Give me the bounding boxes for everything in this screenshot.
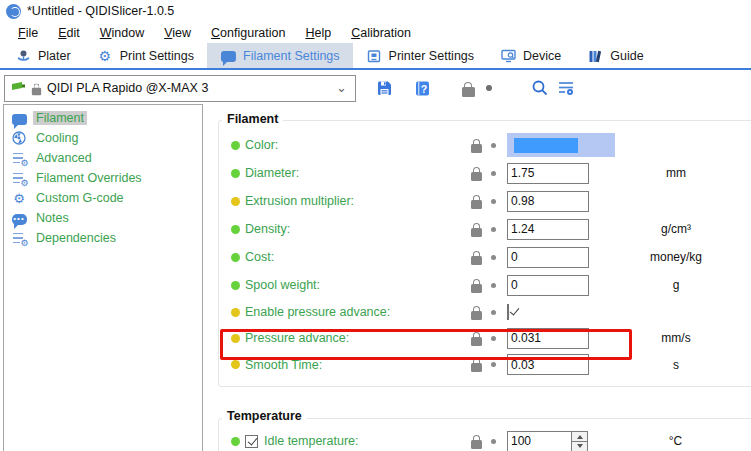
- option-status-dot: [231, 197, 240, 206]
- sliders-gear-icon: [11, 230, 27, 246]
- option-row-pressure-advance: Pressure advance: mm/s: [231, 325, 751, 351]
- option-row-density: Density: g/cm³: [231, 215, 751, 243]
- option-label: Spool weight:: [245, 278, 471, 292]
- device-monitor-icon: [500, 48, 516, 64]
- lock-icon[interactable]: [471, 144, 482, 153]
- option-row-enable-pressure-advance: Enable pressure advance:: [231, 299, 751, 325]
- lock-icon[interactable]: [471, 256, 482, 265]
- settings-category-tree: Filament Cooling Advanced Filament Overr…: [3, 104, 203, 451]
- lock-icon[interactable]: [471, 363, 482, 372]
- tab-filament-settings[interactable]: Filament Settings: [207, 43, 353, 68]
- value-dot: [486, 85, 492, 91]
- sidebar-item-advanced[interactable]: Advanced: [9, 148, 202, 168]
- option-status-dot: [231, 281, 240, 290]
- option-label: Pressure advance:: [245, 331, 471, 345]
- lock-icon[interactable]: [471, 337, 482, 346]
- color-picker-button[interactable]: [507, 133, 684, 157]
- option-row-spool-weight: Spool weight: g: [231, 271, 751, 299]
- option-row-smooth-time: Smooth Time: s: [231, 351, 751, 378]
- menu-calibration[interactable]: Calibration: [341, 24, 421, 42]
- lock-icon[interactable]: [458, 78, 478, 98]
- option-label: Diameter:: [245, 166, 471, 180]
- extrusion-multiplier-input[interactable]: [507, 191, 589, 212]
- gear-icon: ⚙: [11, 190, 27, 206]
- sidebar-item-filament[interactable]: Filament: [9, 108, 202, 128]
- window-title: *Untitled - QIDISlicer-1.0.5: [27, 4, 174, 18]
- compare-settings-icon[interactable]: [556, 78, 576, 98]
- tab-label: Plater: [38, 49, 71, 63]
- option-label: Smooth Time:: [245, 358, 471, 372]
- lock-icon[interactable]: [471, 172, 482, 181]
- plater-icon: [15, 48, 31, 64]
- save-icon[interactable]: [374, 78, 394, 98]
- spin-up-button[interactable]: [572, 432, 587, 442]
- option-unit: g: [673, 278, 751, 292]
- option-unit: g/cm³: [661, 222, 751, 236]
- search-icon[interactable]: [530, 78, 550, 98]
- gear-icon: ⚙: [97, 48, 113, 64]
- color-swatch: [514, 138, 578, 153]
- menu-configuration[interactable]: Configuration: [201, 24, 295, 42]
- sidebar-item-label: Custom G-code: [33, 191, 127, 205]
- sidebar-item-filament-overrides[interactable]: Filament Overrides: [9, 168, 202, 188]
- idle-temperature-input[interactable]: [507, 431, 571, 451]
- group-title-temperature: Temperature: [222, 409, 307, 423]
- option-status-dot: [231, 169, 240, 178]
- preset-name: QIDI PLA Rapido @X-MAX 3: [47, 81, 331, 95]
- tab-plater[interactable]: Plater: [2, 43, 84, 68]
- sidebar-item-notes[interactable]: ••• Notes: [9, 208, 202, 228]
- menu-bar: File Edit Window View Configuration Help…: [0, 22, 751, 43]
- filament-group-box: Color: Diameter: mm Extrusion multiplier…: [218, 120, 751, 387]
- tab-guide[interactable]: Guide: [574, 43, 656, 68]
- svg-text:?: ?: [420, 82, 426, 94]
- tab-label: Printer Settings: [389, 49, 474, 63]
- books-icon: [587, 48, 603, 64]
- idle-temperature-checkbox[interactable]: [245, 435, 258, 448]
- lock-icon: [32, 87, 41, 95]
- group-title-filament: Filament: [222, 112, 283, 126]
- lock-icon[interactable]: [471, 284, 482, 293]
- sidebar-item-custom-gcode[interactable]: ⚙ Custom G-code: [9, 188, 202, 208]
- sidebar-item-dependencies[interactable]: Dependencies: [9, 228, 202, 248]
- menu-window[interactable]: Window: [90, 24, 154, 42]
- menu-help[interactable]: Help: [295, 24, 341, 42]
- option-status-dot: [231, 308, 240, 317]
- sliders-gear-icon: [11, 170, 27, 186]
- help-icon[interactable]: ?: [412, 78, 432, 98]
- revert-dot: [491, 171, 496, 176]
- tab-label: Guide: [610, 49, 643, 63]
- filament-bubble-icon: [220, 48, 236, 64]
- sidebar-item-cooling[interactable]: Cooling: [9, 128, 202, 148]
- option-row-color: Color:: [231, 131, 751, 159]
- option-label: Cost:: [245, 250, 471, 264]
- tab-printer-settings[interactable]: Printer Settings: [353, 43, 487, 68]
- menu-edit[interactable]: Edit: [48, 24, 90, 42]
- lock-icon[interactable]: [471, 228, 482, 237]
- option-unit: s: [673, 358, 751, 372]
- cost-input[interactable]: [507, 247, 589, 268]
- tab-device[interactable]: Device: [487, 43, 574, 68]
- lock-icon[interactable]: [471, 440, 482, 449]
- lock-icon[interactable]: [471, 311, 482, 320]
- option-row-cost: Cost: money/kg: [231, 243, 751, 271]
- diameter-input[interactable]: [507, 163, 589, 184]
- option-status-dot: [231, 437, 240, 446]
- tab-print-settings[interactable]: ⚙ Print Settings: [84, 43, 207, 68]
- menu-file[interactable]: File: [8, 24, 48, 42]
- smooth-time-input[interactable]: [507, 354, 589, 375]
- spin-down-button[interactable]: [572, 442, 587, 451]
- spool-weight-input[interactable]: [507, 275, 589, 296]
- enable-pressure-advance-checkbox[interactable]: [507, 304, 509, 320]
- density-input[interactable]: [507, 219, 589, 240]
- notes-bubble-icon: •••: [11, 210, 27, 226]
- pressure-advance-input[interactable]: [507, 328, 589, 349]
- sidebar-item-label: Advanced: [33, 151, 95, 165]
- option-label: Extrusion multiplier:: [245, 194, 471, 208]
- spinner-buttons: [571, 431, 588, 451]
- menu-view[interactable]: View: [154, 24, 201, 42]
- preset-combobox[interactable]: QIDI PLA Rapido @X-MAX 3 ⌄: [4, 75, 356, 102]
- tab-label: Filament Settings: [243, 49, 340, 63]
- title-bar: *Untitled - QIDISlicer-1.0.5: [0, 0, 751, 22]
- lock-icon[interactable]: [471, 200, 482, 209]
- sliders-gear-icon: [11, 150, 27, 166]
